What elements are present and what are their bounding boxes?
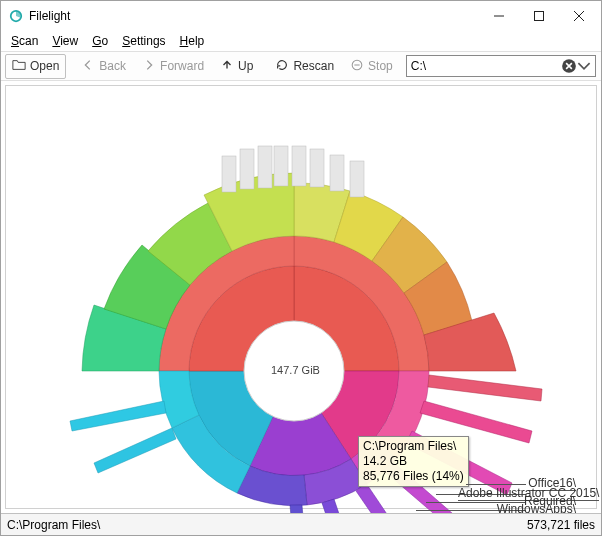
stop-button[interactable]: Stop xyxy=(343,54,400,79)
svg-rect-13 xyxy=(222,156,236,192)
tooltip-path: C:\Program Files\ xyxy=(363,439,464,454)
menu-scan[interactable]: Scan xyxy=(5,32,44,50)
open-button[interactable]: Open xyxy=(5,54,66,79)
rescan-button[interactable]: Rescan xyxy=(268,54,341,79)
up-button[interactable]: Up xyxy=(213,54,260,79)
stop-icon xyxy=(350,58,364,75)
toolbar: Open Back Forward Up Rescan Stop xyxy=(1,51,601,81)
svg-rect-14 xyxy=(240,149,254,189)
status-path: C:\Program Files\ xyxy=(7,518,527,532)
app-window: Filelight Scan View Go Settings Help Ope… xyxy=(0,0,602,536)
folder-open-icon xyxy=(12,58,26,75)
window-title: Filelight xyxy=(29,9,479,23)
forward-label: Forward xyxy=(160,59,204,73)
svg-rect-2 xyxy=(535,12,544,21)
menu-go[interactable]: Go xyxy=(86,32,114,50)
open-label: Open xyxy=(30,59,59,73)
segment-tooltip: C:\Program Files\ 14.2 GB 85,776 Files (… xyxy=(358,436,469,487)
forward-button[interactable]: Forward xyxy=(135,54,211,79)
svg-rect-10 xyxy=(310,149,324,187)
chevron-left-icon xyxy=(81,58,95,75)
address-dropdown-icon[interactable] xyxy=(577,59,591,73)
menu-settings[interactable]: Settings xyxy=(116,32,171,50)
svg-rect-9 xyxy=(292,146,306,186)
chevron-right-icon xyxy=(142,58,156,75)
tooltip-size: 14.2 GB xyxy=(363,454,464,469)
svg-rect-11 xyxy=(330,155,344,191)
label-data: data\ xyxy=(549,511,576,513)
titlebar[interactable]: Filelight xyxy=(1,1,601,31)
status-filecount: 573,721 files xyxy=(527,518,595,532)
minimize-button[interactable] xyxy=(479,2,519,30)
chart-area: 147.7 GiB C:\Program Files\ 14.2 GB 85,7… xyxy=(1,81,601,513)
up-label: Up xyxy=(238,59,253,73)
menu-view[interactable]: View xyxy=(46,32,84,50)
svg-rect-12 xyxy=(350,161,364,197)
sunburst-chart[interactable] xyxy=(6,86,596,513)
menubar: Scan View Go Settings Help xyxy=(1,31,601,51)
center-size-label: 147.7 GiB xyxy=(271,364,320,376)
svg-rect-15 xyxy=(258,146,272,188)
svg-rect-8 xyxy=(274,146,288,186)
back-button[interactable]: Back xyxy=(74,54,133,79)
address-bar[interactable] xyxy=(406,55,596,77)
stop-label: Stop xyxy=(368,59,393,73)
clear-address-icon[interactable] xyxy=(561,58,577,74)
back-label: Back xyxy=(99,59,126,73)
rescan-label: Rescan xyxy=(293,59,334,73)
chart-frame: 147.7 GiB C:\Program Files\ 14.2 GB 85,7… xyxy=(5,85,597,509)
address-input[interactable] xyxy=(411,59,561,73)
statusbar: C:\Program Files\ 573,721 files xyxy=(1,513,601,535)
maximize-button[interactable] xyxy=(519,2,559,30)
app-icon xyxy=(9,9,23,23)
menu-help[interactable]: Help xyxy=(174,32,211,50)
close-button[interactable] xyxy=(559,2,599,30)
refresh-icon xyxy=(275,58,289,75)
arrow-up-icon xyxy=(220,58,234,75)
tooltip-files: 85,776 Files (14%) xyxy=(363,469,464,484)
